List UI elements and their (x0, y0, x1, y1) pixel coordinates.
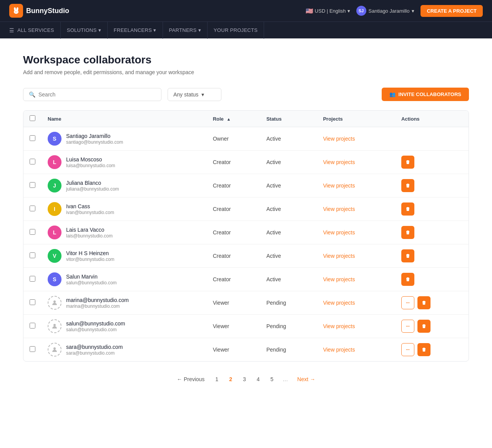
row-checkbox[interactable] (30, 206, 35, 211)
avatar-pending (48, 296, 62, 310)
status-cell: Active (260, 151, 317, 174)
avatar-pending (48, 319, 62, 333)
avatar: I (48, 202, 62, 216)
view-projects-link[interactable]: View projects (323, 206, 355, 212)
next-button[interactable]: Next → (293, 374, 320, 385)
delete-button[interactable] (401, 179, 414, 192)
page-4-button[interactable]: 4 (252, 374, 264, 385)
row-checkbox[interactable] (30, 135, 35, 141)
projects-cell: View projects (317, 127, 395, 151)
row-checkbox[interactable] (30, 299, 35, 305)
status-cell: Active (260, 197, 317, 221)
delete-button[interactable] (401, 156, 414, 169)
view-projects-link[interactable]: View projects (323, 276, 355, 282)
avatar: S (48, 132, 62, 146)
page-2-button[interactable]: 2 (224, 374, 237, 385)
row-checkbox[interactable] (30, 252, 35, 258)
role-cell: Viewer (207, 315, 260, 338)
actions-cell: ··· (395, 291, 469, 315)
view-projects-link[interactable]: View projects (323, 253, 355, 259)
more-options-button[interactable]: ··· (401, 343, 414, 356)
user-avatar: SJ (356, 6, 366, 16)
projects-cell: View projects (317, 151, 395, 174)
role-cell: Viewer (207, 291, 260, 315)
role-cell: Creator (207, 268, 260, 291)
subnav-partners[interactable]: PARTNERS ▾ (163, 22, 208, 39)
row-checkbox-cell (23, 315, 42, 338)
actions-cell (395, 151, 469, 174)
avatar: V (48, 249, 62, 263)
navbar: BunnyStudio 🇺🇸 USD | English ▾ SJ Santia… (0, 0, 492, 22)
create-project-button[interactable]: CREATE A PROJECT (421, 5, 483, 17)
delete-button[interactable] (417, 296, 430, 309)
role-column-header[interactable]: Role ▲ (207, 111, 260, 127)
role-cell: Creator (207, 151, 260, 174)
table-row: IIvan Cassivan@bunnystudio.comCreatorAct… (23, 197, 469, 221)
search-input[interactable] (38, 91, 156, 98)
view-projects-link[interactable]: View projects (323, 159, 355, 165)
user-menu[interactable]: SJ Santiago Jaramillo ▾ (356, 6, 415, 16)
subnav-freelancers[interactable]: FREELANCERS ▾ (108, 22, 163, 39)
table-row: sara@bunnystudio.comsara@bunnystudio.com… (23, 338, 469, 362)
row-checkbox[interactable] (30, 182, 35, 188)
row-checkbox-cell (23, 244, 42, 268)
user-name-cell: salun@bunnystudio.comsalun@bunnystudio.c… (42, 315, 207, 338)
status-cell: Active (260, 268, 317, 291)
page-1-button[interactable]: 1 (211, 374, 223, 385)
right-arrow-icon: → (310, 376, 315, 382)
user-display-name: marina@bunnystudio.com (66, 297, 129, 303)
more-options-button[interactable]: ··· (401, 296, 414, 309)
select-all-header[interactable] (23, 111, 42, 127)
actions-cell (395, 174, 469, 197)
view-projects-link[interactable]: View projects (323, 229, 355, 236)
search-box[interactable]: 🔍 (23, 88, 161, 101)
page-subtitle: Add and remove people, edit permissions,… (23, 69, 469, 75)
table-row: LLuisa Moscosoluisa@bunnystudio.comCreat… (23, 151, 469, 174)
subnav-your-projects[interactable]: YOUR PROJECTS (208, 22, 264, 39)
delete-button[interactable] (401, 202, 414, 216)
status-cell: Pending (260, 315, 317, 338)
role-cell: Creator (207, 197, 260, 221)
user-email: marina@bunnystudio.com (66, 304, 129, 309)
delete-button[interactable] (401, 226, 414, 239)
avatar: L (48, 226, 62, 239)
navbar-left: BunnyStudio (9, 4, 69, 18)
svg-point-5 (53, 300, 56, 303)
table-row: salun@bunnystudio.comsalun@bunnystudio.c… (23, 315, 469, 338)
page-title: Workspace collaborators (23, 54, 469, 66)
view-projects-link[interactable]: View projects (323, 323, 355, 329)
more-options-button[interactable]: ··· (401, 320, 414, 333)
invite-collaborators-button[interactable]: 👥 INVITE COLLABORATORS (382, 88, 469, 101)
delete-button[interactable] (417, 320, 430, 333)
subnav-all-services[interactable]: ☰ ALL SERVICES (9, 22, 61, 39)
previous-button[interactable]: ← Previous (172, 374, 209, 385)
user-email: santiago@bunnystudio.com (66, 139, 123, 145)
view-projects-link[interactable]: View projects (323, 136, 355, 142)
view-projects-link[interactable]: View projects (323, 347, 355, 353)
table-row: marina@bunnystudio.commarina@bunnystudio… (23, 291, 469, 315)
select-all-checkbox[interactable] (30, 115, 35, 121)
sort-icon: ▲ (226, 117, 231, 121)
status-cell: Active (260, 127, 317, 151)
view-projects-link[interactable]: View projects (323, 300, 355, 306)
row-checkbox[interactable] (30, 346, 35, 352)
row-checkbox[interactable] (30, 276, 35, 282)
page-5-button[interactable]: 5 (266, 374, 278, 385)
view-projects-link[interactable]: View projects (323, 183, 355, 189)
delete-button[interactable] (401, 273, 414, 286)
status-filter[interactable]: Any status ▾ (168, 88, 221, 101)
delete-button[interactable] (417, 343, 430, 356)
row-checkbox[interactable] (30, 323, 35, 329)
subnav-solutions[interactable]: SOLUTIONS ▾ (61, 22, 108, 39)
status-cell: Active (260, 244, 317, 268)
page-3-button[interactable]: 3 (238, 374, 251, 385)
row-checkbox[interactable] (30, 229, 35, 235)
delete-button[interactable] (401, 249, 414, 262)
search-icon: 🔍 (29, 91, 35, 98)
status-cell: Pending (260, 291, 317, 315)
user-email: salun@bunnystudio.com (66, 327, 125, 332)
row-checkbox-cell (23, 127, 42, 151)
currency-selector[interactable]: 🇺🇸 USD | English ▾ (306, 7, 350, 15)
row-checkbox-cell (23, 151, 42, 174)
row-checkbox[interactable] (30, 159, 35, 164)
